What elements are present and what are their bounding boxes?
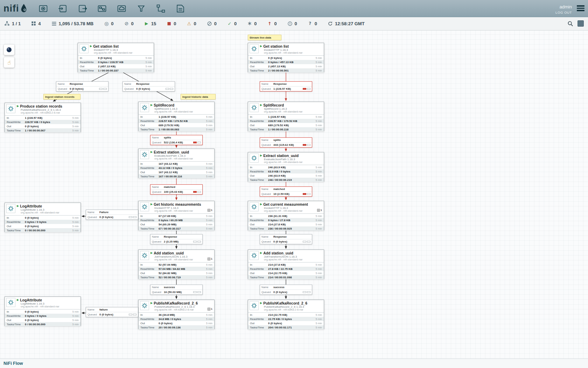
connection-label[interactable]: Name Response Queued 0 (0 bytes) [260, 234, 312, 244]
stat-value: 689 (179.52 KB) [159, 124, 203, 127]
connection-name: Response [136, 82, 173, 86]
processor-stats: In236 (61.31 KB)5 minRead/Write0 bytes /… [248, 213, 324, 231]
flow-canvas[interactable]: Stream live-dataIngest station recordsIn… [0, 0, 588, 368]
processor-node[interactable]: ▶ Get station list InvokeHTTP 1.16.3 org… [78, 43, 154, 72]
processor-node[interactable]: ▶ Extract station_uuid EvaluateJsonPath … [138, 149, 215, 178]
stat-window: 5 min [203, 276, 212, 279]
connection-label[interactable]: Name Response Queued 0 (0 bytes) [122, 81, 175, 91]
backpressure-bars [129, 314, 136, 315]
processor-name: LogAttribute [20, 298, 42, 302]
panel-toggle-button[interactable] [578, 20, 584, 27]
stat-value: 167 (43.12 KB) [159, 162, 203, 165]
canvas-label[interactable]: Ingest station records [43, 94, 80, 100]
processor-node[interactable]: ▶ LogAttribute LogAttribute 1.16.3 org.a… [5, 297, 81, 326]
connection-label[interactable]: Name matched Queued 10 (2.59 KB) [260, 186, 312, 197]
connection-label[interactable]: Name splits Queued 522 (136.4 KB) [150, 135, 203, 145]
stat-label: Tasks/Time [140, 175, 159, 178]
stat-row: In167 (43.12 KB)5 min [139, 162, 214, 166]
processor-node[interactable]: ▶ Add station_uuid JoltTransformJSON 1.1… [138, 250, 215, 279]
stat-row: Tasks/Time1 / 00:00:00.1185 min [248, 127, 324, 131]
stat-value: 228.57 KB / 179.52 KB [268, 120, 313, 123]
processor-node[interactable]: ▶ SplitRecord SplitRecord 1.16.3 org.apa… [248, 102, 324, 131]
connection-label[interactable]: Name Response Queued 2 (3.25 MB) [150, 234, 203, 244]
connection-queued-key: Queued [88, 313, 98, 316]
header-right: admin LOG OUT [555, 2, 588, 14]
logout-link[interactable]: LOG OUT [555, 11, 572, 14]
breadcrumb[interactable]: NiFi Flow [4, 361, 23, 366]
label-icon[interactable] [174, 2, 187, 15]
processor-node[interactable]: ▶ Extract station_uuid EvaluateJsonPath … [248, 152, 324, 182]
global-menu-button[interactable] [577, 5, 584, 11]
connection-name-row: Name Response [123, 82, 175, 86]
selection-tool-button[interactable] [4, 45, 14, 55]
processor-node[interactable]: ▶ Produce station records PublishKafkaRe… [5, 103, 81, 132]
backpressure-bars [303, 144, 310, 146]
connection-queued-row: Queued 10 (2.59 KB) [260, 191, 312, 196]
remote-process-group-icon[interactable] [115, 2, 128, 15]
stat-row: In0 (0 bytes)5 min [5, 216, 80, 220]
stat-value: 67 / 00:00:30.317 [159, 227, 203, 230]
output-port-icon[interactable] [76, 2, 89, 15]
connection-label[interactable]: Name matched Queued 100 (25.43 KB) [150, 184, 203, 195]
refresh-status[interactable]: 12:58:27 GMT [328, 21, 365, 26]
stat-label: In [250, 214, 268, 218]
processor-node[interactable]: ▶ Get historic measurements InvokeHTTP 1… [138, 201, 215, 230]
stat-row: In246 (63.9 KB)5 min [248, 165, 324, 169]
processor-header: ▶ Get current measurement InvokeHTTP 1.1… [248, 201, 324, 213]
processor-name: PublishKafkaRecord_2_6 [263, 301, 307, 305]
connection-queued-row: Queued 522 (136.4 KB) [150, 140, 202, 145]
canvas-label[interactable]: Stream live-data [248, 35, 281, 40]
template-icon[interactable] [155, 2, 167, 15]
stat-row: Read/Write57.04 MB / 84.82 MB5 min [139, 267, 214, 271]
stat-row: Out0 (0 bytes)5 min [248, 321, 324, 325]
processor-type-icon [140, 251, 149, 260]
stat-row: Tasks/Time0 / 00:00:00.0005 min [5, 322, 80, 326]
queued-icon [51, 21, 57, 26]
connection-label[interactable]: Name Response Queued 1 (228.57 KB) [260, 81, 312, 91]
input-port-icon[interactable] [57, 2, 69, 15]
funnel-icon[interactable] [135, 2, 148, 15]
processor-node[interactable]: ▶ Get station list InvokeHTTP 1.16.3 org… [248, 43, 324, 72]
search-button[interactable] [567, 21, 573, 27]
processor-titles: ▶ Get historic measurements InvokeHTTP 1… [150, 202, 213, 213]
status-value: 1,095 / 53.78 MB [59, 21, 94, 26]
active-threads-badge: 1 [317, 209, 322, 212]
processor-stats: In67 (17.69 KB)5 minRead/Write0 bytes / … [139, 213, 214, 231]
stat-label: In [250, 166, 268, 169]
stat-row: In0 (0 bytes)5 min [248, 56, 324, 60]
stat-value: 0 bytes / 457.13 KB [268, 61, 313, 64]
processor-icon[interactable] [37, 2, 50, 15]
stat-row: In214 (27.8 KB)5 min [248, 263, 324, 267]
stat-value: 52 (84.82 MB) [159, 272, 203, 275]
active-threads-icon [31, 21, 36, 26]
stat-row: Tasks/Time167 / 00:00:00.1165 min [139, 174, 214, 178]
stat-value: 0 bytes / 27.8 KB [268, 219, 313, 222]
processor-stats: In1 (228.57 KB)5 minRead/Write228.57 KB … [139, 114, 214, 131]
processor-node[interactable]: ▶ Get current measurement InvokeHTTP 1.1… [248, 201, 324, 230]
connection-label[interactable]: Name splits Queued 443 (115.62 KB) [260, 137, 312, 148]
connection-label[interactable]: Name success Queued 0 (0 bytes) [260, 285, 312, 295]
processor-node[interactable]: ▶ LogAttribute LogAttribute 1.16.3 org.a… [5, 203, 81, 232]
canvas-label[interactable]: Ingest historic data [181, 94, 216, 100]
processor-type-icon [250, 251, 259, 260]
process-group-icon[interactable] [96, 2, 108, 15]
processor-node[interactable]: ▶ PublishKafkaRecord_2_6 PublishKafkaRec… [248, 300, 324, 329]
connection-label[interactable]: Name Response Queued 0 (0 bytes) [56, 81, 108, 91]
connection-name-row: Name Response [150, 234, 202, 239]
stat-label: Out [7, 225, 25, 228]
hand-tool-button[interactable]: ☝ [4, 57, 14, 68]
connection-label[interactable]: Name success Queued 16 (50.03 MB) [150, 285, 203, 295]
processor-node[interactable]: ▶ PublishKafkaRecord_2_6 PublishKafkaRec… [138, 300, 215, 329]
stat-label: Out [250, 65, 268, 68]
status-bar: 1 / 141,095 / 53.78 MB◎0⊘0▶15■0⚠00✓0∗0↑0… [0, 17, 588, 30]
stat-label: Out [140, 124, 159, 127]
stat-window: 5 min [203, 214, 212, 218]
connection-name: Response [164, 235, 201, 238]
connection-label[interactable]: Name failure Queued 0 (0 bytes) [86, 307, 138, 317]
stale-status: ↑0 [267, 21, 276, 26]
processor-titles: ▶ SplitRecord SplitRecord 1.16.3 org.apa… [260, 103, 322, 114]
stat-value: 63.9 KB / 0 bytes [268, 170, 313, 173]
processor-node[interactable]: ▶ Add station_uuid JoltTransformJSON 1.1… [248, 250, 324, 279]
connection-label[interactable]: Name Failure Queued 0 (0 bytes) [86, 210, 138, 220]
processor-node[interactable]: ▶ SplitRecord SplitRecord 1.16.3 org.apa… [138, 102, 215, 131]
